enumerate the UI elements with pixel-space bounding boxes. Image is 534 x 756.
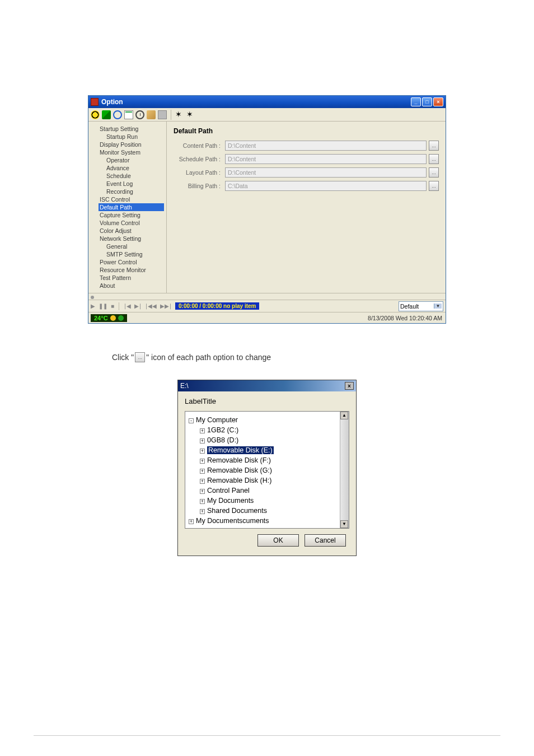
scroll-up-button[interactable]: ▲ [340, 412, 348, 419]
content-path-label: Content Path : [174, 142, 223, 149]
folder-tree-item[interactable]: -My Computer [189, 415, 338, 425]
tree-item[interactable]: General [105, 242, 164, 250]
billing-path-browse-button[interactable]: ... [429, 181, 439, 191]
tree-item[interactable]: Volume Control [99, 219, 164, 227]
schedule-path-label: Schedule Path : [174, 156, 223, 162]
tree-item[interactable]: Operator [105, 156, 164, 164]
folder-tree-item[interactable]: +My Documentscuments [189, 516, 338, 526]
ok-button[interactable]: OK [257, 534, 299, 547]
folder-tree-item[interactable]: +Removable Disk (H:) [200, 475, 338, 486]
content-path-input[interactable] [225, 141, 427, 151]
layout-path-browse-button[interactable]: ... [429, 167, 439, 178]
tree-item[interactable]: ISC Control [99, 195, 164, 203]
tree-item[interactable]: Advance [105, 164, 164, 172]
content-path-row: Content Path : ... [174, 141, 439, 151]
folder-tree-item[interactable]: +Control Panel [200, 486, 338, 496]
close-button[interactable]: × [433, 97, 443, 106]
folder-tree-item[interactable]: +1GB2 (C:) [200, 425, 338, 435]
folder-label: Removable Disk (G:) [207, 466, 272, 474]
folder-tree[interactable]: -My Computer+1GB2 (C:)+0GB8 (D:)+Removab… [185, 412, 340, 528]
settings-tree[interactable]: Startup SettingStartup RunDisplay Positi… [88, 122, 167, 293]
seek-track[interactable] [88, 293, 446, 300]
content-path-browse-button[interactable]: ... [429, 141, 439, 151]
schedule-path-browse-button[interactable]: ... [429, 154, 439, 164]
play-icon[interactable]: ▶ [91, 303, 95, 309]
status-dot-warn-icon [110, 315, 116, 321]
tree-item[interactable]: Default Path [99, 203, 164, 211]
browse-title: E:\ [180, 382, 345, 390]
toolbar-icon-1[interactable] [91, 110, 100, 119]
toolbar-icon-4[interactable] [124, 110, 133, 119]
expand-icon[interactable]: + [200, 479, 205, 484]
expand-icon[interactable]: + [200, 428, 205, 433]
expand-icon[interactable]: + [200, 449, 205, 454]
rw-icon[interactable]: ∣◀◀ [145, 303, 157, 309]
window-titlebar[interactable]: Option _ □ × [88, 96, 446, 108]
tree-item[interactable]: Display Position [99, 141, 164, 148]
ff-icon[interactable]: ▶▶∣ [160, 303, 172, 309]
cancel-button[interactable]: Cancel [305, 534, 346, 547]
prev-icon[interactable]: ∣◀ [124, 303, 131, 309]
toolbar-icon-star1[interactable]: ✶ [175, 110, 184, 119]
toolbar-icon-star2[interactable]: ✶ [186, 110, 195, 119]
folder-tree-item[interactable]: +My Documents [200, 496, 338, 506]
folder-tree-item[interactable]: +Removable Disk (G:) [200, 465, 338, 475]
tree-item[interactable]: Recording [105, 188, 164, 195]
folder-tree-item[interactable]: +Removable Disk (F:) [200, 455, 338, 465]
billing-path-input[interactable] [225, 181, 427, 191]
folder-label: Removable Disk (H:) [207, 477, 271, 484]
status-dot-ok-icon [118, 315, 124, 321]
settings-pane: Default Path Content Path : ... Schedule… [167, 122, 446, 293]
folder-label: My Documentscuments [196, 517, 269, 525]
folder-tree-item[interactable]: +My Network Places [189, 526, 338, 528]
expand-icon[interactable]: + [200, 489, 205, 494]
expand-icon[interactable]: + [200, 459, 205, 464]
tree-item[interactable]: About [99, 282, 164, 290]
expand-icon[interactable]: + [200, 509, 205, 514]
tree-item[interactable]: Network Setting [99, 235, 164, 242]
expand-icon[interactable]: + [200, 469, 205, 474]
expand-icon[interactable]: + [200, 499, 205, 504]
browse-titlebar[interactable]: E:\ × [178, 380, 356, 391]
maximize-button[interactable]: □ [422, 97, 432, 106]
tree-item[interactable]: SMTP Setting [105, 250, 164, 258]
toolbar-icon-2[interactable] [102, 110, 111, 119]
tree-item[interactable]: Resource Monitor [99, 266, 164, 274]
scroll-down-button[interactable]: ▼ [340, 520, 348, 528]
expand-icon[interactable]: + [189, 519, 194, 524]
collapse-icon[interactable]: - [189, 418, 194, 423]
folder-tree-item[interactable]: +Shared Documents [200, 506, 338, 516]
tree-item[interactable]: Event Log [105, 180, 164, 188]
toolbar-icon-5[interactable] [135, 110, 144, 119]
toolbar-icon-3[interactable] [113, 110, 122, 119]
layout-path-input[interactable] [225, 167, 427, 178]
playlist-select[interactable]: Default ▼ [399, 301, 443, 311]
tree-item[interactable]: Startup Setting [99, 125, 164, 133]
tree-item[interactable]: Test Pattern [99, 274, 164, 282]
minimize-button[interactable]: _ [411, 97, 421, 106]
folder-tree-wrapper: -My Computer+1GB2 (C:)+0GB8 (D:)+Removab… [185, 411, 349, 529]
tree-item[interactable]: Color Adjust [99, 227, 164, 235]
browse-close-button[interactable]: × [345, 382, 354, 390]
browse-dialog: E:\ × LabelTitle -My Computer+1GB2 (C:)+… [177, 380, 357, 556]
status-bar: 24°C 8/13/2008 Wed 10:20:40 AM [88, 312, 446, 323]
tree-item[interactable]: Schedule [105, 172, 164, 180]
pause-icon[interactable]: ❚❚ [99, 303, 107, 309]
toolbar-icon-6[interactable] [147, 110, 156, 119]
inline-browse-icon: ... [135, 352, 145, 362]
folder-tree-item[interactable]: +0GB8 (D:) [200, 435, 338, 445]
window-title: Option [101, 98, 411, 106]
scrollbar[interactable]: ▲ ▼ [340, 412, 349, 528]
tree-item[interactable]: Startup Run [105, 133, 164, 141]
stop-icon[interactable]: ■ [111, 303, 114, 309]
tree-item[interactable]: Monitor System [99, 148, 164, 156]
folder-tree-item[interactable]: +Removable Disk (E:) [200, 445, 338, 455]
time-display: 0:00:00 / 0:00:00 no play item [175, 302, 259, 310]
expand-icon[interactable]: + [200, 438, 205, 444]
toolbar-icon-7[interactable] [158, 110, 167, 119]
next-icon[interactable]: ▶∣ [134, 303, 142, 309]
browse-label: LabelTitle [185, 397, 349, 405]
schedule-path-input[interactable] [225, 154, 427, 164]
tree-item[interactable]: Capture Setting [99, 211, 164, 219]
tree-item[interactable]: Power Control [99, 258, 164, 266]
